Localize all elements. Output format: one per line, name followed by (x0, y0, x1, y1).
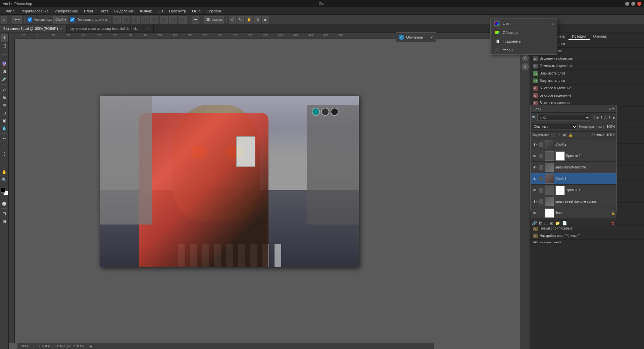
eye-sloy2[interactable]: 👁 (532, 142, 537, 147)
more-options-button[interactable]: ••• (192, 16, 199, 23)
layer-japan-copy[interactable]: 👁 japan-street-daytime копия (531, 196, 616, 207)
tab-psd-close[interactable]: ✕ (60, 27, 63, 31)
new-adjustment-button[interactable]: ◉ (550, 221, 553, 226)
blur-tool[interactable]: 💧 (1, 124, 8, 132)
eyedropper-tool[interactable]: 💉 (1, 76, 8, 83)
lock-position-icon[interactable]: ✛ (557, 133, 561, 137)
move-tool[interactable]: ✛ (1, 34, 8, 42)
quick-select-tool[interactable]: 🔮 (1, 60, 8, 67)
opacity-value[interactable]: 100% (606, 125, 615, 129)
align-center-h-button[interactable]: ⬛ (122, 16, 130, 23)
distribute-v-button[interactable]: ⬛ (179, 16, 187, 23)
menu-filter[interactable]: Фильтр (137, 8, 155, 14)
lasso-tool[interactable]: ⌒ (1, 52, 8, 60)
history-item-28[interactable]: ⊡ Удалить слой (530, 240, 644, 243)
blending-mode-dropdown[interactable]: Обычные (532, 124, 578, 130)
canvas-document[interactable] (100, 96, 359, 267)
rotate-cw-button[interactable]: ↻ (237, 16, 244, 23)
layer-sloy2[interactable]: 👁 Слой 2 (531, 139, 616, 150)
layer-sloy1[interactable]: 👁 Слой 1 (531, 173, 616, 185)
menu-image[interactable]: Изображение (52, 8, 81, 14)
eye-urovni[interactable]: 👁 (532, 188, 537, 193)
menu-layer[interactable]: Слои (81, 8, 96, 14)
heal-tool[interactable]: ⊕ (1, 101, 8, 109)
dropdown-expand-icon[interactable]: « (551, 21, 554, 26)
eraser-tool[interactable]: ◻ (1, 109, 8, 116)
tab-history[interactable]: История (568, 33, 590, 40)
panel-options-icon[interactable]: ≡ (612, 107, 614, 111)
dropdown-samples[interactable]: Образцы (491, 28, 557, 37)
quick-mask-tool[interactable]: ⬤ (1, 200, 8, 207)
history-item-8[interactable]: ⊕ Быстрое выделение (530, 92, 644, 99)
eye-japan[interactable]: 👁 (532, 165, 537, 170)
eye-japan-copy[interactable]: 👁 (532, 199, 537, 204)
layer-krivye[interactable]: 👁 Кривые 1 (531, 150, 616, 162)
shape-filter-icon[interactable]: △ (604, 115, 607, 119)
hand-tool[interactable]: ✋ (1, 168, 8, 176)
screen-mode-button[interactable]: ⊡ (1, 210, 8, 217)
panel-collapse-icon[interactable]: « (609, 107, 611, 111)
ai-button-4[interactable]: A (522, 63, 529, 70)
add-effect-button[interactable]: fx (539, 221, 542, 226)
status-arrow[interactable]: ▶ (90, 344, 92, 348)
canvas-image-container[interactable] (15, 39, 521, 343)
zoom-tool[interactable]: 🔍 (1, 176, 8, 184)
new-group-button[interactable]: 📁 (555, 221, 560, 226)
close-button[interactable] (637, 2, 641, 6)
show-transform-checkbox[interactable] (70, 17, 75, 22)
path-select-tool[interactable]: ⬡ (1, 150, 8, 158)
learning-close[interactable]: ✕ (430, 36, 433, 39)
menu-3d[interactable]: 3D (156, 8, 166, 14)
history-item-3[interactable]: ⊡ Выделение объектов (530, 55, 644, 62)
lock-all-icon[interactable]: 🔒 (568, 133, 573, 137)
select-tool[interactable]: ⬚ (1, 42, 8, 49)
lock-artboard-icon[interactable]: ⊞ (562, 133, 566, 137)
tab-jpg[interactable]: say-cheese-close-up-young-beautiful-dark… (66, 25, 154, 33)
align-bottom-button[interactable]: ⬛ (160, 16, 168, 23)
adjust-filter-icon[interactable]: ◉ (596, 115, 599, 119)
fill-value[interactable]: 100% (606, 133, 615, 137)
rotate-ccw-button[interactable]: ↺ (229, 16, 236, 23)
shape-tool[interactable]: □ (1, 158, 8, 165)
video-button[interactable]: ▶ (262, 16, 269, 23)
align-top-button[interactable]: ⬛ (141, 16, 149, 23)
minimize-button[interactable] (625, 2, 629, 6)
menu-window[interactable]: Окно (189, 8, 203, 14)
lock-pixel-icon[interactable]: ⬛ (550, 133, 556, 137)
gradient-tool[interactable]: ▣ (1, 117, 8, 124)
menu-edit[interactable]: Редактирование (18, 8, 51, 14)
menu-select[interactable]: Выделение (112, 8, 137, 14)
menu-view[interactable]: Просмотр (166, 8, 189, 14)
crop-tool[interactable]: ⊠ (1, 68, 8, 75)
new-layer-button[interactable]: 📄 (562, 221, 567, 226)
history-item-7[interactable]: ⊕ Быстрое выделение (530, 85, 644, 92)
dropdown-gradients[interactable]: Градиенты (491, 37, 557, 46)
link-layers-button[interactable]: 🔗 (532, 221, 537, 226)
pen-tool[interactable]: ✒ (1, 135, 8, 142)
tab-jpg-close[interactable]: ✕ (147, 27, 150, 31)
autoselect-checkbox[interactable] (28, 17, 32, 22)
move-tool-button[interactable]: ✛ ▾ (12, 16, 22, 23)
pixel-filter-icon[interactable]: ⬚ (592, 115, 595, 119)
hand-button[interactable]: ✋ (245, 16, 253, 23)
foreground-color[interactable] (1, 188, 8, 195)
add-mask-button[interactable]: ⬚ (544, 221, 548, 226)
artboard-tool[interactable]: ⊞ (1, 218, 8, 225)
text-tool[interactable]: T (1, 143, 8, 150)
distribute-h-button[interactable]: ⬛ (169, 16, 177, 23)
layer-kind-dropdown[interactable]: Вид (537, 114, 590, 121)
menu-file[interactable]: Файл (3, 8, 17, 14)
ai-button-3[interactable]: A (522, 54, 529, 61)
filter-toggle[interactable]: ● (612, 115, 615, 120)
tab-operations[interactable]: Операц. (590, 33, 610, 40)
align-left-button[interactable]: ⬛ (113, 16, 121, 23)
text-filter-icon[interactable]: T (600, 115, 602, 119)
restore-button[interactable] (631, 2, 635, 6)
history-item-6[interactable]: ◻ Видимость слоя (530, 77, 644, 85)
3d-mode-button[interactable]: 3D-режим (204, 16, 224, 23)
menu-help[interactable]: Справка (204, 8, 224, 14)
delete-layer-button[interactable]: 🗑 (611, 221, 615, 226)
layer-fon[interactable]: 👁 Фон 🔒 (531, 207, 616, 219)
eye-fon[interactable]: 👁 (532, 210, 537, 216)
dropdown-patterns[interactable]: Узоры (491, 46, 557, 54)
